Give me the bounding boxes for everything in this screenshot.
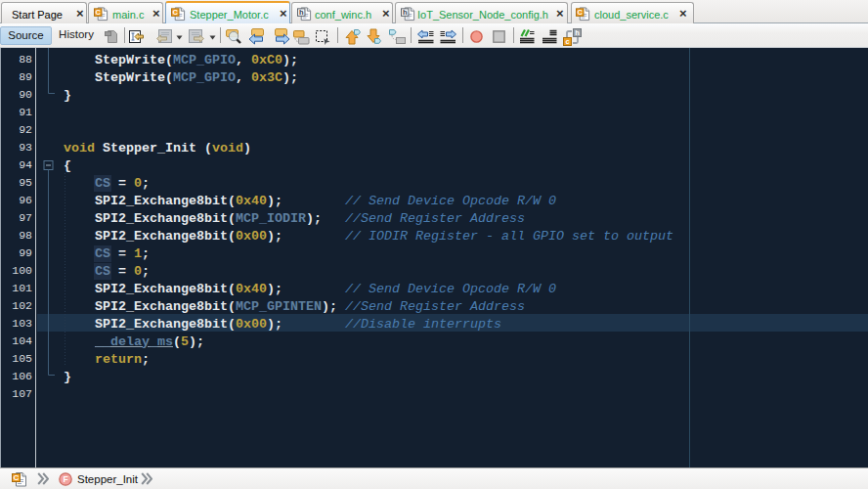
svg-text:h: h bbox=[575, 28, 580, 37]
svg-text:c: c bbox=[565, 37, 569, 46]
svg-text:F: F bbox=[63, 474, 67, 484]
